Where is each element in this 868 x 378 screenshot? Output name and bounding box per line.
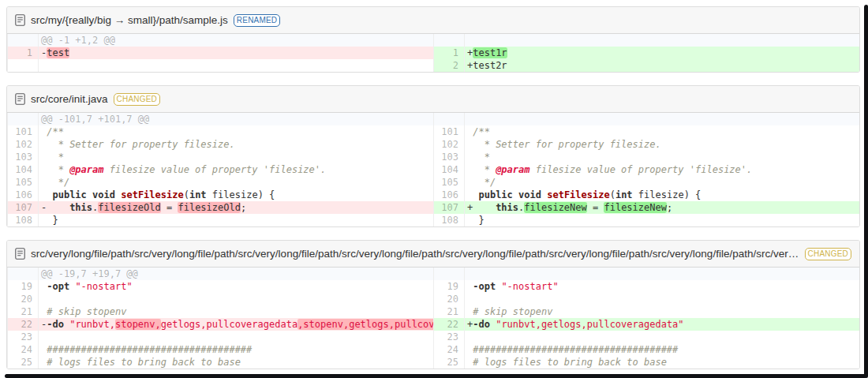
code-cell: * @param filesize value of property 'fil… [465, 163, 859, 176]
code-cell [465, 293, 859, 305]
code-segment: filesize) { [633, 189, 702, 200]
code-cell: * [39, 151, 433, 163]
diff-row: 22--do "runbvt,stopenv,getlogs,pullcover… [7, 318, 433, 331]
code-cell: public void setFilesize(int filesize) { [39, 189, 433, 201]
line-number-cell: 101 [433, 125, 465, 138]
code-cell: * [465, 151, 859, 163]
line-number-cell: 1 [7, 47, 39, 59]
code-segment: "runbvt, [69, 319, 115, 330]
code-segment: getlogs,pullcoveragedata [161, 319, 297, 330]
code-segment: #################################### [47, 344, 252, 355]
diff-row: 2+test2r [433, 59, 859, 72]
line-number-cell [433, 113, 465, 125]
word-diff-highlight: filesizeOld [178, 202, 240, 213]
code-segment: int [615, 189, 633, 200]
code-segment [513, 189, 518, 200]
line-number-cell [7, 113, 39, 125]
diff-row: 20 [7, 293, 433, 305]
file-panel: src/core/init.java CHANGED @@ -101,7 +10… [6, 85, 860, 227]
code-cell: } [39, 214, 433, 226]
file-name: src/very/long/file/path/src/very/long/fi… [31, 248, 799, 260]
code-segment: * [47, 152, 64, 163]
code-cell: /** [39, 125, 433, 138]
diff-row: 20 [433, 293, 859, 305]
code-cell: */ [39, 176, 433, 189]
diff-row: 22+-do "runbvt,getlogs,pullcoveragedata" [433, 318, 859, 331]
line-number-cell [7, 59, 39, 72]
diff-row: 107+ this.filesizeNew = filesizeNew; [433, 201, 859, 214]
code-segment [87, 189, 92, 200]
code-segment: */ [473, 177, 496, 188]
code-segment: this [496, 202, 518, 213]
code-cell: * Setter for property filesize. [465, 138, 859, 151]
diff-row: 103 * [433, 151, 859, 163]
code-segment: public [52, 189, 86, 200]
diff-row: 102 * Setter for property filesize. [7, 138, 433, 151]
code-cell: -test [39, 47, 433, 59]
screenshot-shadow-bottom [5, 374, 866, 378]
line-number-cell: 107 [433, 201, 465, 214]
diff-side-by-side: @@ -19,7 +19,7 @@19 -opt "-nostart"20 21… [7, 268, 859, 369]
file-header: src/very/long/file/path/src/very/long/fi… [7, 241, 859, 268]
code-segment: filesize value of property 'filesize'. [530, 164, 753, 175]
code-segment: #################################### [473, 344, 678, 355]
code-cell [39, 59, 433, 72]
line-number-cell: 108 [433, 214, 465, 226]
line-number-cell: 24 [433, 343, 465, 356]
code-cell: # skip stopenv [465, 305, 859, 318]
diff-row: 107- this.filesizeOld = filesizeOld; [7, 201, 433, 214]
line-number-cell: 102 [433, 138, 465, 151]
diff-prefix [41, 294, 47, 305]
code-segment: "runbvt,getlogs,pullcoveragedata" [496, 319, 683, 330]
hunk-header-text: @@ -1 +1,2 @@ [39, 34, 433, 47]
code-segment: filesize value of property 'filesize'. [104, 164, 327, 175]
diff-pane-left: @@ -19,7 +19,7 @@19 -opt "-nostart"20 21… [7, 268, 433, 369]
code-cell: */ [465, 176, 859, 189]
code-segment: -opt [47, 281, 69, 292]
code-segment: /** [47, 126, 64, 137]
code-segment: } [47, 215, 58, 226]
code-segment: ; [667, 202, 672, 213]
line-number-cell [7, 268, 39, 280]
code-segment: # logs files to bring back to base [47, 357, 241, 368]
file-header: src/core/init.java CHANGED [7, 86, 859, 113]
diff-row: 105 */ [7, 176, 433, 189]
line-number-cell: 21 [7, 305, 39, 318]
diff-prefix [41, 331, 47, 342]
code-segment: -do [47, 319, 64, 330]
line-number-cell: 23 [7, 331, 39, 343]
diff-row: 108 } [433, 214, 859, 226]
line-number-cell [433, 34, 465, 47]
page-root: src/my/{really/big → small}/path/sample.… [6, 6, 860, 369]
file-header: src/my/{really/big → small}/path/sample.… [7, 7, 859, 34]
line-number-cell: 1 [433, 47, 465, 59]
diff-row: 25 # logs files to bring back to base [7, 356, 433, 369]
line-number-cell: 107 [7, 201, 39, 214]
code-segment: void [518, 189, 541, 200]
diff-row: 21 # skip stopenv [7, 305, 433, 318]
diff-pane-right: 101 /**102 * Setter for property filesiz… [433, 113, 859, 226]
diff-row: 24 #################################### [433, 343, 859, 356]
word-diff-highlight: filesizeNew [524, 202, 586, 213]
code-cell: public void setFilesize(int filesize) { [465, 189, 859, 201]
diff-prefix [467, 331, 473, 342]
code-cell: --do "runbvt,stopenv,getlogs,pullcoverag… [39, 318, 433, 331]
line-number-cell: 102 [7, 138, 39, 151]
file-icon [15, 93, 25, 105]
line-number-cell: 25 [7, 356, 39, 369]
hunk-header-row: @@ -1 +1,2 @@ [7, 34, 433, 47]
code-segment: # skip stopenv [473, 306, 552, 317]
diff-row: 104 * @param filesize value of property … [433, 163, 859, 176]
diff-row: 103 * [7, 151, 433, 163]
code-cell: -opt "-nostart" [39, 280, 433, 293]
code-cell: -opt "-nostart" [465, 280, 859, 293]
code-segment: this [69, 202, 92, 213]
code-cell: * Setter for property filesize. [39, 138, 433, 151]
hunk-header-text [465, 34, 859, 47]
line-number-cell: 21 [433, 305, 465, 318]
code-cell: +-do "runbvt,getlogs,pullcoveragedata" [465, 318, 859, 331]
code-cell [465, 331, 859, 343]
code-cell: # logs files to bring back to base [465, 356, 859, 369]
diff-row: 1+test1r [433, 47, 859, 59]
diff-row: 108 } [7, 214, 433, 226]
